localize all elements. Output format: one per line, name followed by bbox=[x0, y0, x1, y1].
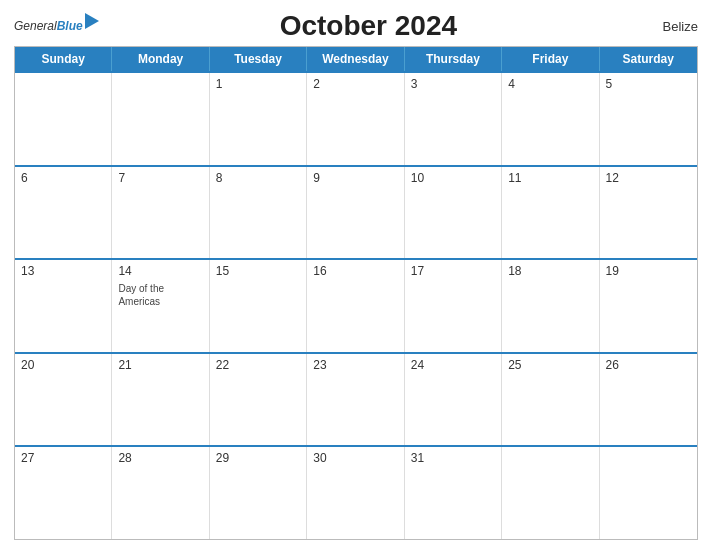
country-label: Belize bbox=[638, 19, 698, 34]
header-sunday: Sunday bbox=[15, 47, 112, 71]
logo-general-text: General bbox=[14, 19, 57, 33]
cal-cell-empty-4 bbox=[600, 447, 697, 539]
day-of-americas-event: Day of the Americas bbox=[118, 282, 202, 308]
header-saturday: Saturday bbox=[600, 47, 697, 71]
cal-cell-oct-13: 13 bbox=[15, 260, 112, 352]
logo-blue-text: Blue bbox=[57, 19, 83, 33]
cal-cell-oct-4: 4 bbox=[502, 73, 599, 165]
cal-cell-oct-25: 25 bbox=[502, 354, 599, 446]
cal-cell-oct-30: 30 bbox=[307, 447, 404, 539]
cal-cell-oct-19: 19 bbox=[600, 260, 697, 352]
cal-cell-empty-3 bbox=[502, 447, 599, 539]
cal-cell-oct-7: 7 bbox=[112, 167, 209, 259]
calendar-header: Sunday Monday Tuesday Wednesday Thursday… bbox=[15, 47, 697, 71]
header-wednesday: Wednesday bbox=[307, 47, 404, 71]
logo-triangle-icon bbox=[85, 13, 99, 29]
week-row-2: 6 7 8 9 10 11 12 bbox=[15, 165, 697, 259]
cal-cell-oct-27: 27 bbox=[15, 447, 112, 539]
cal-cell-oct-6: 6 bbox=[15, 167, 112, 259]
cal-cell-oct-16: 16 bbox=[307, 260, 404, 352]
cal-cell-oct-8: 8 bbox=[210, 167, 307, 259]
header-friday: Friday bbox=[502, 47, 599, 71]
cal-cell-oct-14: 14 Day of the Americas bbox=[112, 260, 209, 352]
header: General Blue October 2024 Belize bbox=[14, 10, 698, 42]
cal-cell-oct-31: 31 bbox=[405, 447, 502, 539]
cal-cell-oct-26: 26 bbox=[600, 354, 697, 446]
logo: General Blue bbox=[14, 19, 99, 33]
header-thursday: Thursday bbox=[405, 47, 502, 71]
calendar: Sunday Monday Tuesday Wednesday Thursday… bbox=[14, 46, 698, 540]
cal-cell-empty-1 bbox=[15, 73, 112, 165]
cal-cell-oct-18: 18 bbox=[502, 260, 599, 352]
page: General Blue October 2024 Belize Sunday … bbox=[0, 0, 712, 550]
cal-cell-oct-23: 23 bbox=[307, 354, 404, 446]
cal-cell-oct-21: 21 bbox=[112, 354, 209, 446]
cal-cell-oct-11: 11 bbox=[502, 167, 599, 259]
week-row-5: 27 28 29 30 31 bbox=[15, 445, 697, 539]
cal-cell-oct-29: 29 bbox=[210, 447, 307, 539]
week-row-1: 1 2 3 4 5 bbox=[15, 71, 697, 165]
cal-cell-oct-20: 20 bbox=[15, 354, 112, 446]
cal-cell-oct-10: 10 bbox=[405, 167, 502, 259]
cal-cell-oct-15: 15 bbox=[210, 260, 307, 352]
cal-cell-oct-17: 17 bbox=[405, 260, 502, 352]
cal-cell-oct-22: 22 bbox=[210, 354, 307, 446]
cal-cell-oct-24: 24 bbox=[405, 354, 502, 446]
calendar-body: 1 2 3 4 5 6 7 8 9 10 11 12 13 14 bbox=[15, 71, 697, 539]
cal-cell-oct-12: 12 bbox=[600, 167, 697, 259]
week-row-4: 20 21 22 23 24 25 26 bbox=[15, 352, 697, 446]
calendar-title: October 2024 bbox=[99, 10, 638, 42]
cal-cell-empty-2 bbox=[112, 73, 209, 165]
cal-cell-oct-2: 2 bbox=[307, 73, 404, 165]
week-row-3: 13 14 Day of the Americas 15 16 17 18 19 bbox=[15, 258, 697, 352]
header-monday: Monday bbox=[112, 47, 209, 71]
cal-cell-oct-9: 9 bbox=[307, 167, 404, 259]
cal-cell-oct-1: 1 bbox=[210, 73, 307, 165]
cal-cell-oct-5: 5 bbox=[600, 73, 697, 165]
header-tuesday: Tuesday bbox=[210, 47, 307, 71]
cal-cell-oct-3: 3 bbox=[405, 73, 502, 165]
cal-cell-oct-28: 28 bbox=[112, 447, 209, 539]
